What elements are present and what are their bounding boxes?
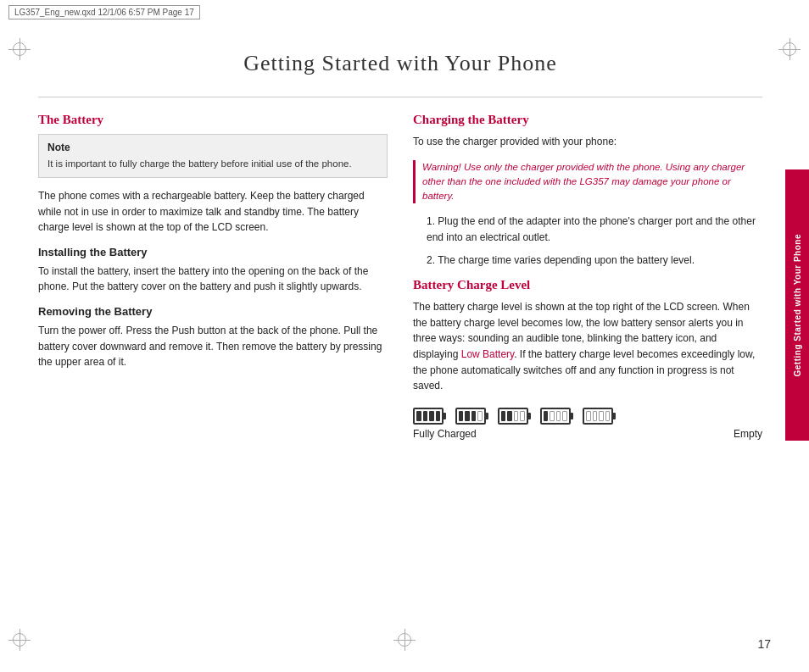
charging-intro: To use the charger provided with your ph… — [413, 134, 762, 150]
battery-charge-level-heading: Battery Charge Level — [413, 278, 762, 292]
low-battery-inline: Low Battery — [461, 348, 514, 360]
step-1: 1. Plug the end of the adapter into the … — [413, 214, 762, 245]
bar4-empty — [520, 411, 525, 421]
bar4-empty — [562, 411, 567, 421]
reg-mark-top-left — [13, 42, 26, 56]
the-battery-heading: The Battery — [38, 113, 388, 127]
bar1 — [416, 411, 421, 421]
empty-label: Empty — [734, 428, 762, 440]
battery-full — [413, 408, 449, 425]
battery-intro-text: The phone comes with a rechargeable batt… — [38, 188, 388, 236]
installing-text: To install the battery, insert the batte… — [38, 264, 388, 295]
bar3-empty — [599, 411, 604, 421]
fully-charged-label: Fully Charged — [413, 428, 477, 440]
reg-mark-bottom-center — [398, 633, 411, 647]
step-2-text: The charge time varies depending upon th… — [438, 254, 695, 266]
bar4 — [436, 411, 441, 421]
note-box: Note It is important to fully charge the… — [38, 134, 388, 178]
bar2 — [423, 411, 428, 421]
note-label: Note — [47, 142, 378, 153]
charging-heading: Charging the Battery — [413, 113, 762, 127]
removing-heading: Removing the Battery — [38, 305, 388, 318]
title-divider — [38, 97, 762, 97]
bar2 — [507, 411, 511, 421]
battery-labels: Fully Charged Empty — [413, 428, 762, 440]
battery-charge-text: The battery charge level is shown at the… — [413, 299, 762, 394]
charging-steps: 1. Plug the end of the adapter into the … — [413, 214, 762, 268]
bar2 — [465, 411, 469, 421]
battery-two-bars — [498, 408, 533, 425]
bar2-empty — [550, 411, 555, 421]
note-text: It is important to fully charge the batt… — [47, 157, 378, 170]
step-1-text: Plug the end of the adapter into the pho… — [427, 215, 756, 243]
installing-heading: Installing the Battery — [38, 246, 388, 258]
battery-icons — [413, 408, 762, 425]
reg-mark-top-right — [783, 42, 796, 56]
bar3-empty — [556, 411, 561, 421]
page-number: 17 — [757, 637, 771, 651]
columns-container: The Battery Note It is important to full… — [38, 113, 762, 440]
left-column: The Battery Note It is important to full… — [38, 113, 388, 440]
removing-text: Turn the power off. Press the Push butto… — [38, 323, 388, 370]
battery-icons-row: Fully Charged Empty — [413, 408, 762, 440]
bar3-empty — [514, 411, 519, 421]
page-file-ref: LG357_Eng_new.qxd 12/1/06 6:57 PM Page 1… — [8, 5, 200, 19]
reg-mark-bottom-left — [13, 633, 26, 647]
bar1 — [501, 411, 505, 421]
battery-one-bar — [540, 408, 576, 425]
right-column: Charging the Battery To use the charger … — [413, 113, 762, 440]
bar4-empty — [605, 411, 611, 421]
step-2: 2. The charge time varies depending upon… — [413, 253, 762, 269]
main-content: Getting Started with Your Phone The Batt… — [38, 51, 762, 630]
bar4-empty — [477, 411, 483, 421]
side-tab: Getting Started with Your Phone — [785, 169, 809, 441]
page-title: Getting Started with Your Phone — [38, 51, 762, 76]
bar3 — [429, 411, 434, 421]
bar2-empty — [593, 411, 598, 421]
bar3 — [471, 411, 476, 421]
bar1 — [459, 411, 463, 421]
step-1-number: 1. — [427, 215, 438, 227]
side-tab-text: Getting Started with Your Phone — [793, 234, 802, 376]
warning-block: Warning! Use only the charger provided w… — [413, 160, 762, 204]
step-2-number: 2. — [427, 254, 438, 266]
bar1-empty — [586, 411, 591, 421]
battery-three-bars — [455, 408, 491, 425]
bar1 — [544, 411, 548, 421]
battery-empty — [583, 408, 613, 425]
warning-text: Warning! Use only the charger provided w… — [422, 162, 745, 202]
